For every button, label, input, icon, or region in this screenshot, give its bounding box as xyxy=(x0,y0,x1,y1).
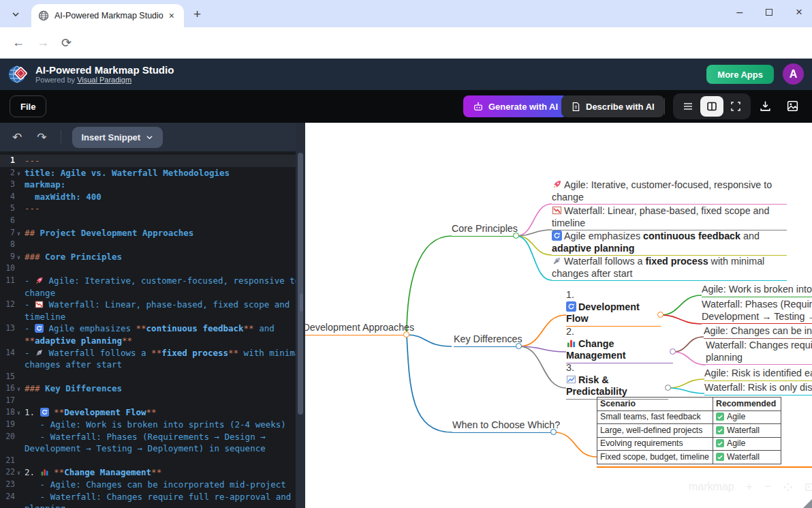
fold-chevron-icon[interactable]: ∨ xyxy=(17,383,20,395)
code-line[interactable]: 22∨2. **Change Management** xyxy=(0,466,296,479)
describe-with-ai-button[interactable]: Describe with AI xyxy=(561,95,664,117)
code-line[interactable]: 21 xyxy=(0,455,296,467)
fold-chevron-icon[interactable]: ∨ xyxy=(17,407,20,419)
account-avatar[interactable]: A xyxy=(783,63,804,85)
code-line[interactable]: 7∨## Project Development Approaches xyxy=(0,227,296,239)
window-minimize-button[interactable]: – xyxy=(736,6,743,18)
code-line[interactable]: timeline xyxy=(0,311,296,323)
undo-button[interactable]: ↶ xyxy=(12,130,22,145)
code-line[interactable]: 8 xyxy=(0,239,296,251)
insert-snippet-button[interactable]: Insert Snippet xyxy=(72,127,163,148)
node-core-principles-circle[interactable] xyxy=(513,233,519,239)
node-key-differences[interactable]: Key Differences xyxy=(454,333,520,347)
code-line[interactable]: 13- Agile emphasizes **continuous feedba… xyxy=(0,323,296,335)
code-line[interactable]: 4 maxWidth: 400 xyxy=(0,191,296,203)
node-rp-waterfall[interactable]: Waterfall: Risk is only dis xyxy=(704,382,812,395)
node-when-to-choose[interactable]: When to Choose Which? xyxy=(452,419,554,433)
redo-button[interactable]: ↷ xyxy=(37,130,46,145)
window-close-button[interactable]: × xyxy=(796,5,802,19)
node-change-management[interactable]: 2. Change Management xyxy=(566,326,673,363)
split-view-button[interactable] xyxy=(700,96,723,117)
editor-only-view-button[interactable] xyxy=(676,96,700,117)
export-image-button[interactable] xyxy=(786,100,799,113)
node-agile-emphasizes[interactable]: Agile emphasizes continuous feedback and… xyxy=(552,230,787,256)
code-line[interactable]: 1--- xyxy=(0,155,296,167)
more-apps-button[interactable]: More Apps xyxy=(706,65,774,84)
node-development-flow[interactable]: 1. Development Flow xyxy=(566,289,661,327)
fold-chevron-icon[interactable]: ∨ xyxy=(17,168,20,180)
reload-button[interactable]: ⟳ xyxy=(61,35,72,50)
code-line[interactable]: 19 - Agile: Work is broken into sprints … xyxy=(0,419,296,431)
generate-with-ai-button[interactable]: Generate with AI xyxy=(463,95,567,117)
code-line[interactable]: 16∨### Key Differences xyxy=(0,383,296,395)
code-line[interactable]: Development → Testing → Deployment) in s… xyxy=(0,443,296,455)
markmap-canvas[interactable]: Project Development Approaches Core Prin… xyxy=(305,123,812,508)
code-line[interactable]: 9∨### Core Principles xyxy=(0,251,296,263)
node-df-agile[interactable]: Agile: Work is broken into sprints (2-4 … xyxy=(702,284,812,297)
code-line[interactable]: 17 xyxy=(0,395,296,407)
node-change-management-circle[interactable] xyxy=(670,348,676,355)
node-rp-agile[interactable]: Agile: Risk is identified ea xyxy=(704,368,812,381)
code-line[interactable]: 2∨title: Agile vs. Waterfall Methodologi… xyxy=(0,167,296,179)
code-line[interactable]: 11- Agile: Iterative, customer-focused, … xyxy=(0,275,296,287)
node-development-flow-circle[interactable] xyxy=(657,312,663,318)
code-editor[interactable]: 1---2∨title: Agile vs. Waterfall Methodo… xyxy=(0,151,296,508)
code-line[interactable]: changes after start xyxy=(0,359,296,371)
fold-chevron-icon[interactable]: ∨ xyxy=(17,252,20,264)
code-line[interactable]: 14- Waterfall follows a **fixed process*… xyxy=(0,347,296,359)
editor-scrollbar[interactable] xyxy=(296,151,305,508)
fold-chevron-icon[interactable]: ∨ xyxy=(17,228,20,240)
code-line[interactable]: 10 xyxy=(0,263,296,275)
node-core-principles[interactable]: Core Principles xyxy=(452,223,516,237)
node-root-circle[interactable] xyxy=(403,331,409,338)
zoom-in-icon[interactable]: + xyxy=(746,480,753,494)
code-line[interactable]: 6 xyxy=(0,215,296,227)
zoom-out-icon[interactable]: − xyxy=(764,480,771,494)
code-line[interactable]: 23 - Agile: Changes can be incorporated … xyxy=(0,479,296,491)
node-waterfall-fixed-process[interactable]: Waterfall follows a fixed process with m… xyxy=(552,256,787,281)
tab-search-chevron-icon[interactable] xyxy=(8,7,23,22)
visual-paradigm-link[interactable]: Visual Paradigm xyxy=(77,76,131,84)
node-agile-iterative[interactable]: Agile: Iterative, customer-focused, resp… xyxy=(552,179,787,205)
browser-tab[interactable]: AI-Powered Markmap Studio × xyxy=(31,4,184,27)
editor-scrollbar-thumb[interactable] xyxy=(298,153,303,415)
code-line[interactable]: **adaptive planning** xyxy=(0,335,296,347)
node-cm-agile[interactable]: Agile: Changes can be incorporated mid-p… xyxy=(704,325,812,339)
file-menu-button[interactable]: File xyxy=(10,95,46,117)
node-df-waterfall[interactable]: Waterfall: Phases (Requirements → Design… xyxy=(702,299,812,324)
code-line[interactable]: 12- Waterfall: Linear, phase-based, fixe… xyxy=(0,299,296,311)
markmap-brand[interactable]: markmap xyxy=(689,481,734,493)
node-root[interactable]: Project Development Approaches xyxy=(305,322,407,335)
window-resize-grip[interactable] xyxy=(803,499,812,508)
back-button[interactable]: ← xyxy=(12,35,25,50)
node-risk-predictability[interactable]: 3. Risk & Predictability xyxy=(566,362,668,400)
code-line[interactable]: change xyxy=(0,287,296,299)
node-decision-table[interactable]: Scenario Recommended Small teams, fast f… xyxy=(597,397,812,468)
panel-splitter[interactable] xyxy=(296,123,305,151)
line-number: 23 xyxy=(0,479,15,491)
node-cm-waterfall[interactable]: Waterfall: Changes require full re-appro… xyxy=(706,340,812,365)
forward-button[interactable]: → xyxy=(37,35,49,50)
code-text: ### Key Differences xyxy=(25,383,296,395)
node-risk-predictability-circle[interactable] xyxy=(665,385,671,391)
fold-chevron-icon[interactable]: ∨ xyxy=(17,467,20,479)
node-key-differences-circle[interactable] xyxy=(516,343,522,349)
window-maximize-button[interactable] xyxy=(766,9,772,16)
new-tab-button[interactable]: + xyxy=(193,7,201,22)
download-button[interactable] xyxy=(759,100,772,113)
code-line[interactable]: 20 - Waterfall: Phases (Requirements → D… xyxy=(0,431,296,443)
code-line[interactable]: 3markmap: xyxy=(0,179,296,191)
fullscreen-view-button[interactable] xyxy=(724,96,747,117)
recenter-icon[interactable] xyxy=(805,482,812,492)
fit-view-icon[interactable] xyxy=(783,482,793,492)
code-line[interactable]: 15 xyxy=(0,371,296,383)
node-when-to-choose-circle[interactable] xyxy=(550,429,557,435)
code-line[interactable]: 24 - Waterfall: Changes require full re-… xyxy=(0,491,296,503)
splitter-drag-handle[interactable] xyxy=(300,293,303,312)
code-line[interactable]: 5--- xyxy=(0,203,296,215)
node-waterfall-linear[interactable]: Waterfall: Linear, phase-based, fixed sc… xyxy=(552,205,787,230)
tab-close-icon[interactable]: × xyxy=(166,10,177,21)
code-line[interactable]: planning xyxy=(0,503,296,508)
code-line[interactable]: 18∨1. **Development Flow** xyxy=(0,406,296,419)
code-lines: 1---2∨title: Agile vs. Waterfall Methodo… xyxy=(0,155,296,508)
